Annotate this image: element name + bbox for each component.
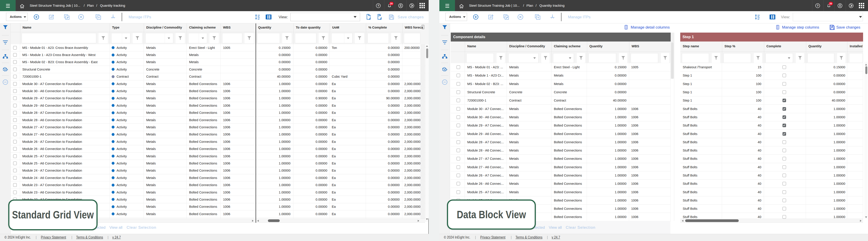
svg-text:?: ? <box>817 4 818 7</box>
svg-text:?: ? <box>377 4 379 7</box>
